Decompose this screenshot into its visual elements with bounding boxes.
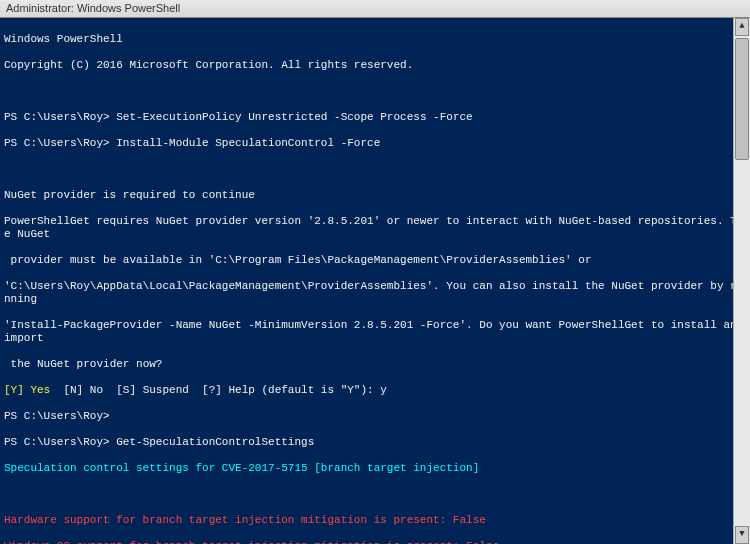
window-titlebar[interactable]: Administrator: Windows PowerShell <box>0 0 750 18</box>
header-line: Windows PowerShell <box>4 33 746 46</box>
vertical-scrollbar[interactable]: ▲ ▼ <box>733 18 750 544</box>
cmd: Set-ExecutionPolicy Unrestricted -Scope … <box>110 111 473 123</box>
blank <box>4 85 746 98</box>
window-title: Administrator: Windows PowerShell <box>6 2 180 14</box>
scroll-down-icon[interactable]: ▼ <box>735 526 749 544</box>
powershell-window: Administrator: Windows PowerShell Window… <box>0 0 750 544</box>
cve-header: Speculation control settings for CVE-201… <box>4 462 746 475</box>
prompt: PS C:\Users\Roy> <box>4 436 110 448</box>
prompt-line: PS C:\Users\Roy> <box>4 410 746 423</box>
blank <box>4 488 746 501</box>
command-line: PS C:\Users\Roy> Set-ExecutionPolicy Unr… <box>4 111 746 124</box>
cmd: Install-Module SpeculationControl -Force <box>110 137 381 149</box>
scroll-up-icon[interactable]: ▲ <box>735 18 749 36</box>
other-options: [N] No [S] Suspend [?] Help (default is … <box>50 384 387 396</box>
yes-option: [Y] Yes <box>4 384 50 396</box>
cmd: Get-SpeculationControlSettings <box>110 436 315 448</box>
blank <box>4 163 746 176</box>
prompt: PS C:\Users\Roy> <box>4 111 110 123</box>
nuget-msg: PowerShellGet requires NuGet provider ve… <box>4 215 746 241</box>
nuget-msg: provider must be available in 'C:\Progra… <box>4 254 746 267</box>
copyright-line: Copyright (C) 2016 Microsoft Corporation… <box>4 59 746 72</box>
nuget-msg: 'C:\Users\Roy\AppData\Local\PackageManag… <box>4 280 746 306</box>
command-line: PS C:\Users\Roy> Install-Module Speculat… <box>4 137 746 150</box>
status-line: Windows OS support for branch target inj… <box>4 540 746 544</box>
scroll-thumb[interactable] <box>735 38 749 160</box>
nuget-msg: 'Install-PackageProvider -Name NuGet -Mi… <box>4 319 746 345</box>
command-line: PS C:\Users\Roy> Get-SpeculationControlS… <box>4 436 746 449</box>
prompt: PS C:\Users\Roy> <box>4 410 110 422</box>
nuget-prompt: [Y] Yes [N] No [S] Suspend [?] Help (def… <box>4 384 746 397</box>
nuget-msg: NuGet provider is required to continue <box>4 189 746 202</box>
nuget-msg: the NuGet provider now? <box>4 358 746 371</box>
terminal-output[interactable]: Windows PowerShell Copyright (C) 2016 Mi… <box>0 18 750 544</box>
status-line: Hardware support for branch target injec… <box>4 514 746 527</box>
prompt: PS C:\Users\Roy> <box>4 137 110 149</box>
